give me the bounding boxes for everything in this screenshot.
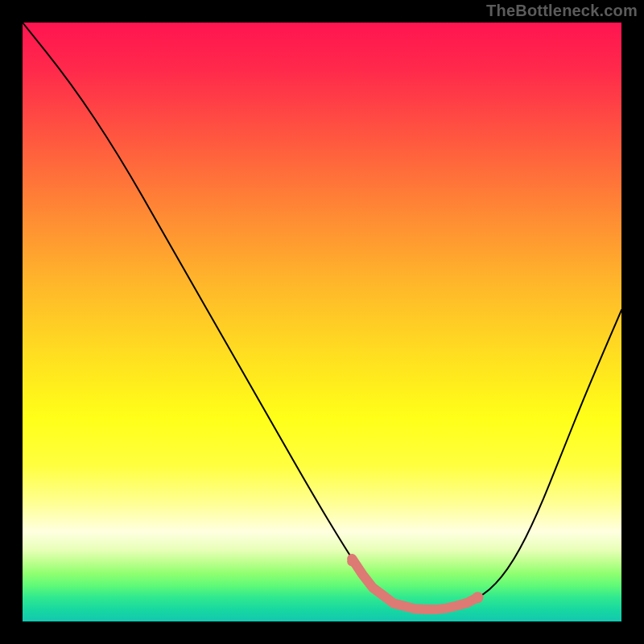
trough-dot-right (472, 592, 483, 603)
chart-stage: TheBottleneck.com (0, 0, 644, 644)
plot-area (23, 23, 621, 621)
watermark-text: TheBottleneck.com (486, 2, 638, 20)
trough-highlight (352, 559, 477, 609)
trough-dot-left (347, 557, 357, 567)
curve-svg (23, 23, 621, 621)
bottleneck-curve (23, 23, 621, 609)
